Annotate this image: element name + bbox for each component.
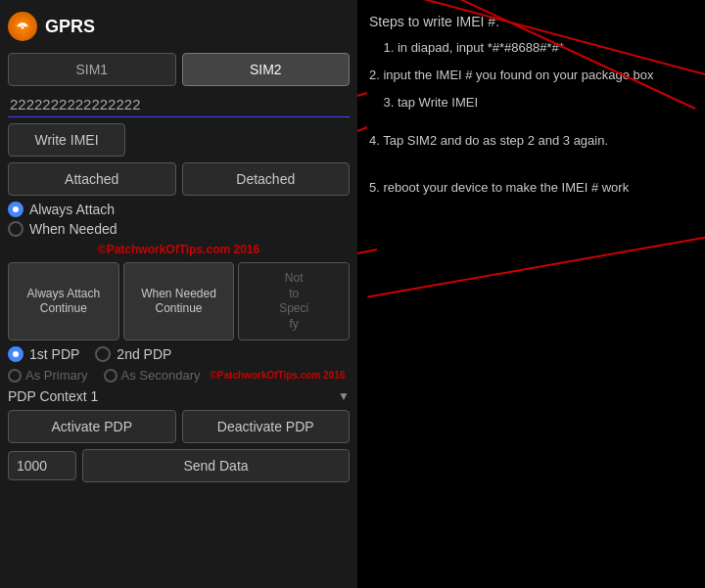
send-value-input[interactable] xyxy=(8,451,76,480)
always-attach-continue-button[interactable]: Always AttachContinue xyxy=(8,262,119,340)
pdp-selector: 1st PDP 2nd PDP xyxy=(8,346,350,362)
header: GPRS xyxy=(8,8,350,47)
always-attach-radio-indicator xyxy=(8,202,24,217)
step-2: 2. input the IMEI # you found on your pa… xyxy=(369,67,693,84)
attach-row: Attached Detached xyxy=(8,162,350,196)
right-panel: Steps to write IMEI #: 1. in diapad, inp… xyxy=(357,0,705,588)
left-panel: GPRS SIM1 SIM2 Write IMEI Attached Detac… xyxy=(0,0,357,588)
svg-line-2 xyxy=(357,93,367,152)
attached-button[interactable]: Attached xyxy=(8,162,176,196)
detached-button[interactable]: Detached xyxy=(182,162,351,196)
second-pdp-item[interactable]: 2nd PDP xyxy=(95,346,171,362)
as-secondary-label: As Secondary xyxy=(121,368,201,383)
sim-selector: SIM1 SIM2 xyxy=(8,53,350,86)
red-arrow-1 xyxy=(374,0,705,75)
red-arrow-3 xyxy=(367,235,705,297)
sim2-button[interactable]: SIM2 xyxy=(182,53,351,86)
pdp-context-label: PDP Context 1 ▼ xyxy=(8,388,350,404)
when-needed-continue-button[interactable]: When NeededContinue xyxy=(123,262,235,340)
svg-point-1 xyxy=(22,26,24,29)
second-pdp-radio xyxy=(95,346,111,362)
as-primary-label: As Primary xyxy=(25,368,88,383)
when-needed-radio-indicator xyxy=(8,221,24,237)
watermark-left: ©PatchworkOfTips.com 2016 xyxy=(8,243,350,256)
first-pdp-label: 1st PDP xyxy=(29,346,79,362)
svg-line-3 xyxy=(357,127,367,210)
step-4: 4. Tap SIM2 and do as step 2 and 3 again… xyxy=(369,132,693,150)
sim1-button[interactable]: SIM1 xyxy=(8,53,176,86)
primary-secondary-row: As Primary As Secondary ©PatchworkOfTips… xyxy=(8,368,350,383)
activate-pdp-button[interactable]: Activate PDP xyxy=(8,410,176,443)
activate-row: Activate PDP Deactivate PDP xyxy=(8,410,350,443)
watermark-secondary: ©PatchworkOfTips.com 2016 xyxy=(211,370,346,381)
app-title: GPRS xyxy=(45,17,95,37)
always-attach-radio[interactable]: Always Attach xyxy=(8,202,350,217)
send-data-row: Send Data xyxy=(8,449,350,482)
not-to-specify-button[interactable]: NottoSpecify xyxy=(238,262,350,340)
second-pdp-label: 2nd PDP xyxy=(117,346,171,362)
when-needed-radio[interactable]: When Needed xyxy=(8,221,350,237)
gprs-icon xyxy=(8,12,37,41)
step-5: 5. reboot your device to make the IMEI #… xyxy=(369,179,693,197)
deactivate-pdp-button[interactable]: Deactivate PDP xyxy=(182,410,351,443)
svg-line-4 xyxy=(357,249,377,294)
imei-input[interactable] xyxy=(8,92,350,117)
always-attach-label: Always Attach xyxy=(29,202,115,217)
step-3: 3. tap Write IMEI xyxy=(369,94,693,112)
step-1: 1. in diapad, input *#*#8688#*#* xyxy=(369,39,693,57)
attach-mode-group: Always Attach When Needed xyxy=(8,202,350,237)
continue-row: Always AttachContinue When NeededContinu… xyxy=(8,262,350,340)
as-primary-radio xyxy=(8,369,22,383)
write-imei-button[interactable]: Write IMEI xyxy=(8,123,125,157)
as-primary-item[interactable]: As Primary xyxy=(8,368,88,383)
pdp-context-arrow: ▼ xyxy=(338,389,350,403)
first-pdp-item[interactable]: 1st PDP xyxy=(8,346,79,362)
when-needed-label: When Needed xyxy=(29,221,118,237)
as-secondary-radio xyxy=(104,369,118,383)
first-pdp-radio xyxy=(8,346,24,362)
send-data-button[interactable]: Send Data xyxy=(82,449,350,482)
as-secondary-item[interactable]: As Secondary xyxy=(104,368,201,383)
